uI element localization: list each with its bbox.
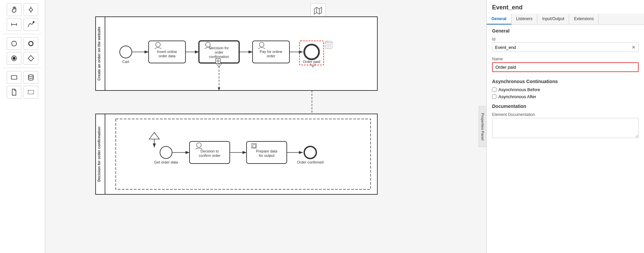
doc-label: Element Documentation: [492, 112, 639, 117]
svg-text:order data: order data: [159, 54, 176, 58]
svg-text:Prepare data: Prepare data: [256, 149, 277, 153]
tab-input-output[interactable]: Input/Output: [537, 14, 569, 24]
svg-rect-52: [96, 114, 377, 194]
tab-general[interactable]: General: [487, 14, 512, 24]
svg-point-6: [12, 41, 17, 46]
svg-text:Get order data: Get order data: [154, 160, 178, 164]
documentation-section-title: Documentation: [487, 100, 644, 111]
svg-point-7: [29, 42, 33, 46]
svg-text:order: order: [215, 50, 223, 54]
id-clear-button[interactable]: ✕: [632, 45, 636, 50]
svg-point-70: [304, 146, 316, 159]
name-label: Name: [492, 57, 639, 61]
id-input-wrapper[interactable]: ✕: [492, 43, 639, 52]
id-input[interactable]: [495, 45, 632, 50]
svg-text:Decision for order confirmatio: Decision for order confirmation: [97, 127, 101, 182]
svg-text:confirmation: confirmation: [209, 55, 229, 59]
toolbar-divider-1: [3, 34, 42, 34]
toolbar-divider-2: [3, 68, 42, 68]
diamond-tool[interactable]: [23, 52, 38, 65]
svg-marker-14: [314, 7, 322, 14]
svg-text:for output: for output: [259, 153, 274, 157]
rect-tool[interactable]: [7, 71, 21, 84]
svg-text:Insert online: Insert online: [157, 50, 177, 54]
name-input-wrapper[interactable]: [492, 62, 639, 72]
lasso-tool[interactable]: [23, 3, 38, 16]
svg-rect-11: [11, 76, 17, 79]
svg-text:Order confirmed: Order confirmed: [297, 160, 323, 164]
dashed-rect-tool[interactable]: [23, 86, 38, 99]
draw-tool[interactable]: [23, 18, 38, 31]
svg-text:Decision to: Decision to: [201, 149, 219, 153]
async-after-row: Asynchronous After: [487, 93, 644, 100]
svg-text:order: order: [267, 54, 275, 58]
svg-point-20: [120, 46, 132, 58]
name-field: Name: [487, 55, 644, 73]
async-before-label: Asynchronous Before: [498, 87, 540, 92]
connect-tool[interactable]: [7, 18, 21, 31]
svg-marker-10: [28, 56, 34, 61]
properties-tab-bar: General Listeners Input/Output Extension…: [487, 14, 644, 25]
name-input[interactable]: [495, 65, 635, 70]
bpmn-diagram[interactable]: Create an order on the website Cart Inse…: [92, 13, 381, 211]
svg-text:Decision for: Decision for: [209, 46, 229, 50]
filled-circle-tool[interactable]: [7, 52, 21, 65]
svg-rect-13: [28, 90, 34, 94]
canvas-area[interactable]: Create an order on the website Cart Inse…: [45, 0, 486, 253]
tab-listeners[interactable]: Listeners: [512, 14, 538, 24]
properties-panel-side-tab[interactable]: Properties Panel: [479, 106, 486, 147]
page-tool[interactable]: [7, 86, 21, 99]
properties-panel: Event_end General Listeners Input/Output…: [486, 0, 644, 253]
id-label: Id: [492, 37, 639, 42]
async-section-title: Asynchronous Continuations: [487, 75, 644, 86]
svg-point-12: [29, 75, 34, 77]
svg-text:confirm order: confirm order: [199, 153, 221, 157]
async-before-checkbox[interactable]: [492, 87, 496, 92]
toolbar: [0, 0, 45, 253]
id-field: Id ✕: [487, 36, 644, 53]
doc-field: Element Documentation: [487, 111, 644, 141]
properties-title: Event_end: [487, 0, 644, 14]
hand-tool[interactable]: [7, 3, 21, 16]
doc-textarea[interactable]: [492, 118, 639, 138]
svg-text:Cart: Cart: [122, 60, 129, 64]
svg-text:Pay for online: Pay for online: [260, 50, 282, 54]
svg-text:Order paid: Order paid: [303, 60, 320, 64]
circle-outline-tool[interactable]: [7, 37, 21, 50]
svg-point-57: [160, 146, 172, 159]
svg-point-43: [304, 45, 319, 59]
async-before-row: Asynchronous Before: [487, 86, 644, 93]
svg-point-9: [12, 57, 15, 60]
general-section-title: General: [487, 25, 644, 36]
svg-point-5: [33, 21, 34, 23]
async-after-label: Asynchronous After: [498, 94, 536, 99]
tab-extensions[interactable]: Extensions: [569, 14, 599, 24]
thick-circle-tool[interactable]: [23, 37, 38, 50]
database-tool[interactable]: [23, 71, 38, 84]
async-after-checkbox[interactable]: [492, 94, 496, 99]
svg-text:Create an order on the website: Create an order on the website: [97, 27, 101, 81]
